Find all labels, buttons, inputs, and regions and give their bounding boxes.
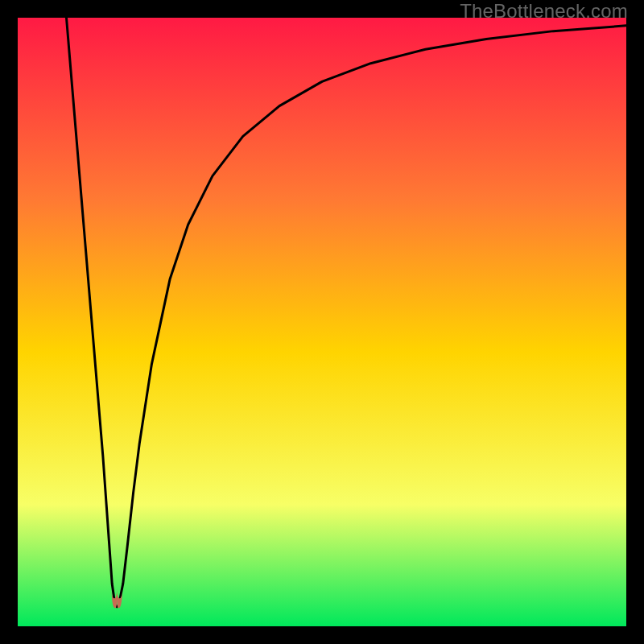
watermark-text: TheBottleneck.com bbox=[460, 0, 628, 23]
plot-area bbox=[18, 18, 626, 626]
chart-container: TheBottleneck.com bbox=[0, 0, 644, 644]
bottleneck-chart bbox=[18, 18, 626, 626]
